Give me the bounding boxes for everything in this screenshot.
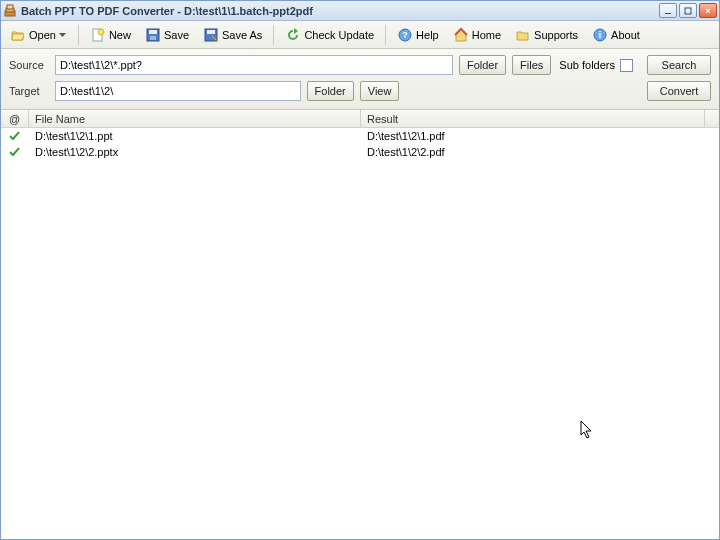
separator xyxy=(78,25,79,45)
svg-rect-11 xyxy=(207,30,215,34)
search-button[interactable]: Search xyxy=(647,55,711,75)
svg-rect-3 xyxy=(665,13,671,14)
svg-rect-2 xyxy=(7,5,13,9)
titlebar: Batch PPT TO PDF Converter - D:\test\1\1… xyxy=(1,1,719,21)
info-icon: i xyxy=(592,27,608,43)
svg-text:?: ? xyxy=(402,30,408,40)
window-title: Batch PPT TO PDF Converter - D:\test\1\1… xyxy=(21,5,659,17)
list-header: @ File Name Result xyxy=(1,110,719,128)
target-view-button[interactable]: View xyxy=(360,81,400,101)
save-button[interactable]: Save xyxy=(140,24,194,46)
supports-button[interactable]: Supports xyxy=(510,24,583,46)
header-filename[interactable]: File Name xyxy=(29,110,361,127)
target-input[interactable] xyxy=(55,81,301,101)
row-result: D:\test\1\2\1.pdf xyxy=(361,128,719,144)
table-row[interactable]: D:\test\1\2\2.pptxD:\test\1\2\2.pdf xyxy=(1,144,719,160)
green-check-icon xyxy=(1,144,29,160)
row-filename: D:\test\1\2\2.pptx xyxy=(29,144,361,160)
help-icon: ? xyxy=(397,27,413,43)
svg-rect-9 xyxy=(150,36,156,40)
about-label: About xyxy=(611,29,640,41)
chevron-down-icon xyxy=(59,33,67,37)
target-label: Target xyxy=(9,85,49,97)
save-as-label: Save As xyxy=(222,29,262,41)
separator xyxy=(385,25,386,45)
home-button[interactable]: Home xyxy=(448,24,506,46)
path-panel: Source Folder Files Sub folders Search T… xyxy=(1,49,719,110)
floppy-icon xyxy=(145,27,161,43)
target-folder-button[interactable]: Folder xyxy=(307,81,354,101)
new-document-icon xyxy=(90,27,106,43)
convert-button[interactable]: Convert xyxy=(647,81,711,101)
home-label: Home xyxy=(472,29,501,41)
svg-rect-4 xyxy=(685,8,691,14)
about-button[interactable]: i About xyxy=(587,24,645,46)
folder-icon xyxy=(515,27,531,43)
maximize-button[interactable] xyxy=(679,3,697,18)
home-icon xyxy=(453,27,469,43)
floppy-pencil-icon xyxy=(203,27,219,43)
sub-folders-checkbox[interactable] xyxy=(620,59,633,72)
source-label: Source xyxy=(9,59,49,71)
sub-folders-label: Sub folders xyxy=(559,59,615,71)
svg-text:i: i xyxy=(599,30,602,40)
row-filename: D:\test\1\2\1.ppt xyxy=(29,128,361,144)
file-list: @ File Name Result D:\test\1\2\1.pptD:\t… xyxy=(1,110,719,539)
svg-point-6 xyxy=(98,29,104,35)
stack-icon xyxy=(3,4,17,18)
source-folder-button[interactable]: Folder xyxy=(459,55,506,75)
supports-label: Supports xyxy=(534,29,578,41)
svg-rect-8 xyxy=(149,30,157,34)
source-input[interactable] xyxy=(55,55,453,75)
row-result: D:\test\1\2\2.pdf xyxy=(361,144,719,160)
header-result[interactable]: Result xyxy=(361,110,705,127)
save-as-button[interactable]: Save As xyxy=(198,24,267,46)
check-update-label: Check Update xyxy=(304,29,374,41)
open-label: Open xyxy=(29,29,56,41)
toolbar: Open New Save Save As Check Update ? Hel… xyxy=(1,21,719,49)
help-label: Help xyxy=(416,29,439,41)
close-button[interactable]: × xyxy=(699,3,717,18)
source-files-button[interactable]: Files xyxy=(512,55,551,75)
minimize-button[interactable] xyxy=(659,3,677,18)
separator xyxy=(273,25,274,45)
help-button[interactable]: ? Help xyxy=(392,24,444,46)
new-label: New xyxy=(109,29,131,41)
refresh-icon xyxy=(285,27,301,43)
table-row[interactable]: D:\test\1\2\1.pptD:\test\1\2\1.pdf xyxy=(1,128,719,144)
green-check-icon xyxy=(1,128,29,144)
open-button[interactable]: Open xyxy=(5,24,72,46)
header-status[interactable]: @ xyxy=(1,110,29,127)
check-update-button[interactable]: Check Update xyxy=(280,24,379,46)
open-folder-icon xyxy=(10,27,26,43)
new-button[interactable]: New xyxy=(85,24,136,46)
save-label: Save xyxy=(164,29,189,41)
header-scroll-spacer xyxy=(705,110,719,127)
